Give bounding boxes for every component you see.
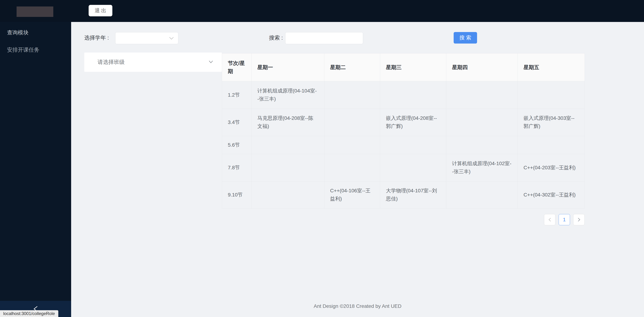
search-button[interactable]: 搜 索 bbox=[454, 32, 477, 43]
schedule-cell bbox=[446, 81, 518, 109]
logo-placeholder bbox=[16, 6, 53, 17]
table-row: 3.4节 马克思原理(04-208室--陈文福) 嵌入式原理(04-208室--… bbox=[222, 109, 585, 136]
year-select-label: 选择学年 : bbox=[84, 34, 109, 41]
year-select[interactable] bbox=[115, 32, 178, 44]
column-header-thursday: 星期四 bbox=[446, 53, 518, 81]
period-cell: 3.4节 bbox=[222, 109, 252, 136]
table-row: 5.6节 bbox=[222, 136, 585, 154]
schedule-cell: C++(04-106室--王益利) bbox=[324, 181, 380, 209]
schedule-cell bbox=[380, 154, 446, 181]
schedule-cell bbox=[324, 154, 380, 181]
column-header-monday: 星期一 bbox=[252, 53, 324, 81]
footer-text: Ant Design ©2018 Created by Ant UED bbox=[71, 303, 644, 309]
schedule-cell bbox=[446, 136, 518, 154]
pagination: 1 bbox=[544, 214, 584, 225]
schedule-cell bbox=[324, 81, 380, 109]
column-header-period: 节次/星期 bbox=[222, 53, 252, 81]
schedule-cell bbox=[380, 136, 446, 154]
period-cell: 7.8节 bbox=[222, 154, 252, 181]
class-select-placeholder: 请选择班级 bbox=[98, 58, 124, 66]
page: 退 出 查询模块 安排开课任务 选择学年 : 搜索 : 搜 索 请选择班级 bbox=[0, 0, 644, 317]
chevron-right-icon bbox=[577, 217, 581, 222]
sidebar: 查询模块 安排开课任务 bbox=[0, 22, 71, 317]
pagination-next-button[interactable] bbox=[573, 214, 584, 225]
chevron-left-icon bbox=[548, 217, 552, 222]
schedule-cell: 计算机组成原理(04-104室--张三丰) bbox=[252, 81, 324, 109]
schedule-cell: 嵌入式原理(04-208室--郭广辉) bbox=[380, 109, 446, 136]
topbar: 退 出 bbox=[0, 0, 644, 22]
schedule-cell: C++(04-203室--王益利) bbox=[518, 154, 585, 181]
schedule-cell bbox=[518, 81, 585, 109]
logout-button[interactable]: 退 出 bbox=[88, 5, 112, 16]
schedule-cell: C++(04-302室--王益利) bbox=[518, 181, 585, 209]
schedule-cell bbox=[446, 109, 518, 136]
chevron-down-icon bbox=[169, 36, 174, 41]
table-row: 9.10节 C++(04-106室--王益利) 大学物理(04-107室--刘思… bbox=[222, 181, 585, 209]
schedule-cell: 马克思原理(04-208室--陈文福) bbox=[252, 109, 324, 136]
schedule-cell bbox=[380, 81, 446, 109]
period-cell: 9.10节 bbox=[222, 181, 252, 209]
class-select[interactable]: 请选择班级 bbox=[84, 52, 222, 72]
chevron-down-icon bbox=[208, 60, 213, 64]
table-row: 7.8节 计算机组成原理(04-102室--张三丰) C++(04-203室--… bbox=[222, 154, 585, 181]
search-input[interactable] bbox=[285, 32, 363, 44]
browser-status-bar: localhost:3001/collegeRole bbox=[0, 310, 58, 317]
schedule-cell bbox=[446, 181, 518, 209]
schedule-cell: 计算机组成原理(04-102室--张三丰) bbox=[446, 154, 518, 181]
schedule-cell bbox=[324, 136, 380, 154]
schedule-cell bbox=[324, 109, 380, 136]
sidebar-item-query-module[interactable]: 查询模块 bbox=[0, 28, 71, 37]
schedule-cell bbox=[252, 136, 324, 154]
sidebar-item-arrange-course-task[interactable]: 安排开课任务 bbox=[0, 45, 71, 54]
period-cell: 5.6节 bbox=[222, 136, 252, 154]
column-header-friday: 星期五 bbox=[518, 53, 585, 81]
schedule-cell bbox=[518, 136, 585, 154]
schedule-cell bbox=[252, 181, 324, 209]
column-header-wednesday: 星期三 bbox=[380, 53, 446, 81]
schedule-cell: 大学物理(04-107室--刘思佳) bbox=[380, 181, 446, 209]
pagination-page-1[interactable]: 1 bbox=[559, 214, 570, 225]
pagination-prev-button[interactable] bbox=[544, 214, 556, 225]
period-cell: 1.2节 bbox=[222, 81, 252, 109]
search-label: 搜索 : bbox=[269, 34, 283, 41]
timetable: 节次/星期 星期一 星期二 星期三 星期四 星期五 1.2节 计算机组成原理(0… bbox=[222, 53, 585, 209]
column-header-tuesday: 星期二 bbox=[324, 53, 380, 81]
table-header-row: 节次/星期 星期一 星期二 星期三 星期四 星期五 bbox=[222, 53, 585, 81]
schedule-cell bbox=[252, 154, 324, 181]
schedule-cell: 嵌入式原理(04-303室--郭广辉) bbox=[518, 109, 585, 136]
table-row: 1.2节 计算机组成原理(04-104室--张三丰) bbox=[222, 81, 585, 109]
